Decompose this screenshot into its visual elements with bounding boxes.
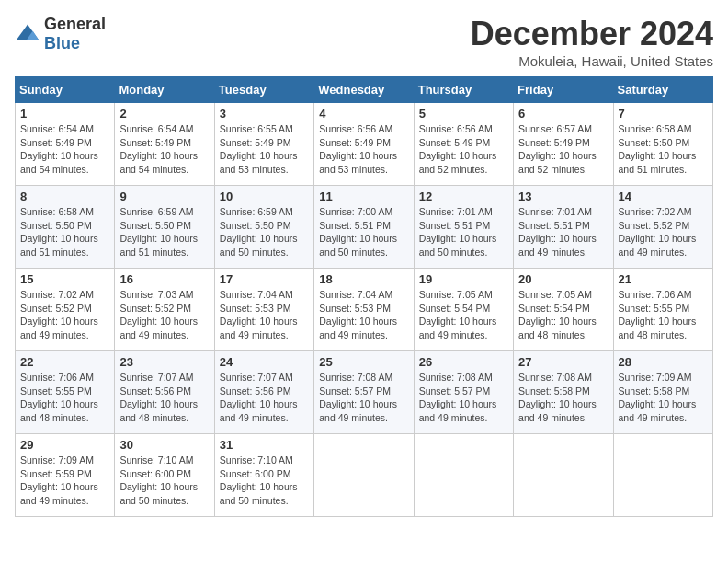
calendar-cell: 11 Sunrise: 7:00 AM Sunset: 5:51 PM Dayl…: [314, 186, 414, 269]
header-tuesday: Tuesday: [214, 77, 313, 103]
day-info: Sunrise: 7:10 AM Sunset: 6:00 PM Dayligh…: [220, 454, 309, 508]
day-info: Sunrise: 6:58 AM Sunset: 5:50 PM Dayligh…: [619, 122, 708, 177]
calendar-cell: 4 Sunrise: 6:56 AM Sunset: 5:49 PM Dayli…: [314, 103, 414, 186]
calendar-cell: 30 Sunrise: 7:10 AM Sunset: 6:00 PM Dayl…: [115, 434, 214, 517]
calendar-week-4: 22 Sunrise: 7:06 AM Sunset: 5:55 PM Dayl…: [16, 351, 713, 434]
day-info: Sunrise: 7:01 AM Sunset: 5:51 PM Dayligh…: [518, 205, 608, 259]
day-number: 3: [220, 107, 309, 121]
header-thursday: Thursday: [414, 77, 513, 103]
day-number: 14: [619, 190, 708, 203]
day-number: 5: [419, 107, 508, 121]
logo-blue: Blue: [44, 34, 80, 52]
day-info: Sunrise: 6:54 AM Sunset: 5:49 PM Dayligh…: [20, 122, 109, 177]
calendar-cell: 24 Sunrise: 7:07 AM Sunset: 5:56 PM Dayl…: [214, 351, 313, 434]
logo: General Blue: [15, 15, 106, 53]
day-info: Sunrise: 7:07 AM Sunset: 5:56 PM Dayligh…: [220, 371, 309, 425]
calendar-cell: [613, 434, 712, 517]
calendar-cell: 22 Sunrise: 7:06 AM Sunset: 5:55 PM Dayl…: [16, 351, 115, 434]
calendar-cell: 14 Sunrise: 7:02 AM Sunset: 5:52 PM Dayl…: [613, 186, 712, 269]
day-number: 12: [419, 190, 508, 203]
day-number: 21: [619, 272, 708, 286]
day-info: Sunrise: 6:59 AM Sunset: 5:50 PM Dayligh…: [119, 205, 209, 259]
day-number: 22: [20, 355, 109, 369]
day-number: 7: [619, 107, 708, 121]
day-info: Sunrise: 6:55 AM Sunset: 5:49 PM Dayligh…: [220, 122, 309, 177]
day-info: Sunrise: 7:10 AM Sunset: 6:00 PM Dayligh…: [119, 454, 209, 508]
calendar-cell: 3 Sunrise: 6:55 AM Sunset: 5:49 PM Dayli…: [214, 103, 313, 186]
calendar-cell: 7 Sunrise: 6:58 AM Sunset: 5:50 PM Dayli…: [613, 103, 712, 186]
calendar-cell: 29 Sunrise: 7:09 AM Sunset: 5:59 PM Dayl…: [16, 434, 115, 517]
day-number: 30: [119, 438, 209, 452]
day-number: 31: [220, 438, 309, 452]
logo-text: General Blue: [44, 15, 106, 53]
logo-general: General: [44, 15, 106, 33]
day-number: 9: [119, 190, 209, 203]
day-info: Sunrise: 7:04 AM Sunset: 5:53 PM Dayligh…: [319, 288, 408, 342]
day-number: 23: [119, 355, 209, 369]
day-info: Sunrise: 7:09 AM Sunset: 5:59 PM Dayligh…: [20, 454, 109, 508]
day-number: 28: [619, 355, 708, 369]
calendar-cell: 17 Sunrise: 7:04 AM Sunset: 5:53 PM Dayl…: [214, 269, 313, 351]
calendar-week-5: 29 Sunrise: 7:09 AM Sunset: 5:59 PM Dayl…: [16, 434, 713, 517]
day-info: Sunrise: 7:05 AM Sunset: 5:54 PM Dayligh…: [518, 288, 608, 342]
calendar-cell: 9 Sunrise: 6:59 AM Sunset: 5:50 PM Dayli…: [115, 186, 214, 269]
day-info: Sunrise: 7:06 AM Sunset: 5:55 PM Dayligh…: [20, 371, 109, 425]
calendar-cell: 15 Sunrise: 7:02 AM Sunset: 5:52 PM Dayl…: [16, 269, 115, 351]
calendar-cell: [314, 434, 414, 517]
header-monday: Monday: [115, 77, 214, 103]
day-info: Sunrise: 7:08 AM Sunset: 5:57 PM Dayligh…: [419, 371, 508, 425]
day-number: 8: [20, 190, 109, 203]
day-number: 19: [419, 272, 508, 286]
day-number: 13: [518, 190, 608, 203]
day-number: 4: [319, 107, 408, 121]
day-number: 11: [319, 190, 408, 203]
calendar-cell: 16 Sunrise: 7:03 AM Sunset: 5:52 PM Dayl…: [115, 269, 214, 351]
header-friday: Friday: [514, 77, 613, 103]
calendar-cell: 26 Sunrise: 7:08 AM Sunset: 5:57 PM Dayl…: [414, 351, 513, 434]
calendar-cell: 18 Sunrise: 7:04 AM Sunset: 5:53 PM Dayl…: [314, 269, 414, 351]
day-number: 10: [220, 190, 309, 203]
day-number: 27: [518, 355, 608, 369]
calendar-cell: 8 Sunrise: 6:58 AM Sunset: 5:50 PM Dayli…: [16, 186, 115, 269]
logo-icon: [15, 21, 40, 47]
calendar-cell: 10 Sunrise: 6:59 AM Sunset: 5:50 PM Dayl…: [214, 186, 313, 269]
day-info: Sunrise: 7:02 AM Sunset: 5:52 PM Dayligh…: [20, 288, 109, 342]
header-saturday: Saturday: [613, 77, 712, 103]
calendar-cell: 31 Sunrise: 7:10 AM Sunset: 6:00 PM Dayl…: [214, 434, 313, 517]
day-info: Sunrise: 6:56 AM Sunset: 5:49 PM Dayligh…: [319, 122, 408, 177]
day-info: Sunrise: 7:03 AM Sunset: 5:52 PM Dayligh…: [119, 288, 209, 342]
day-info: Sunrise: 7:02 AM Sunset: 5:52 PM Dayligh…: [619, 205, 708, 259]
day-info: Sunrise: 7:07 AM Sunset: 5:56 PM Dayligh…: [119, 371, 209, 425]
calendar-cell: 21 Sunrise: 7:06 AM Sunset: 5:55 PM Dayl…: [613, 269, 712, 351]
day-info: Sunrise: 6:58 AM Sunset: 5:50 PM Dayligh…: [20, 205, 109, 259]
calendar-cell: 13 Sunrise: 7:01 AM Sunset: 5:51 PM Dayl…: [514, 186, 613, 269]
day-number: 15: [20, 272, 109, 286]
month-title: December 2024: [471, 15, 713, 53]
day-number: 16: [119, 272, 209, 286]
day-number: 24: [220, 355, 309, 369]
header-wednesday: Wednesday: [314, 77, 414, 103]
day-number: 20: [518, 272, 608, 286]
calendar-cell: 20 Sunrise: 7:05 AM Sunset: 5:54 PM Dayl…: [514, 269, 613, 351]
header-sunday: Sunday: [16, 77, 115, 103]
calendar-header-row: SundayMondayTuesdayWednesdayThursdayFrid…: [16, 77, 713, 103]
calendar-cell: 19 Sunrise: 7:05 AM Sunset: 5:54 PM Dayl…: [414, 269, 513, 351]
day-info: Sunrise: 7:00 AM Sunset: 5:51 PM Dayligh…: [319, 205, 408, 259]
calendar-week-2: 8 Sunrise: 6:58 AM Sunset: 5:50 PM Dayli…: [16, 186, 713, 269]
day-info: Sunrise: 7:01 AM Sunset: 5:51 PM Dayligh…: [419, 205, 508, 259]
day-info: Sunrise: 7:05 AM Sunset: 5:54 PM Dayligh…: [419, 288, 508, 342]
day-info: Sunrise: 7:09 AM Sunset: 5:58 PM Dayligh…: [619, 371, 708, 425]
calendar-cell: 27 Sunrise: 7:08 AM Sunset: 5:58 PM Dayl…: [514, 351, 613, 434]
day-info: Sunrise: 6:54 AM Sunset: 5:49 PM Dayligh…: [119, 122, 209, 177]
calendar-cell: 28 Sunrise: 7:09 AM Sunset: 5:58 PM Dayl…: [613, 351, 712, 434]
day-info: Sunrise: 6:59 AM Sunset: 5:50 PM Dayligh…: [220, 205, 309, 259]
day-number: 17: [220, 272, 309, 286]
day-number: 29: [20, 438, 109, 452]
day-number: 18: [319, 272, 408, 286]
day-number: 25: [319, 355, 408, 369]
day-info: Sunrise: 6:56 AM Sunset: 5:49 PM Dayligh…: [419, 122, 508, 177]
calendar-cell: 1 Sunrise: 6:54 AM Sunset: 5:49 PM Dayli…: [16, 103, 115, 186]
calendar-cell: 2 Sunrise: 6:54 AM Sunset: 5:49 PM Dayli…: [115, 103, 214, 186]
day-number: 26: [419, 355, 508, 369]
day-number: 6: [518, 107, 608, 121]
